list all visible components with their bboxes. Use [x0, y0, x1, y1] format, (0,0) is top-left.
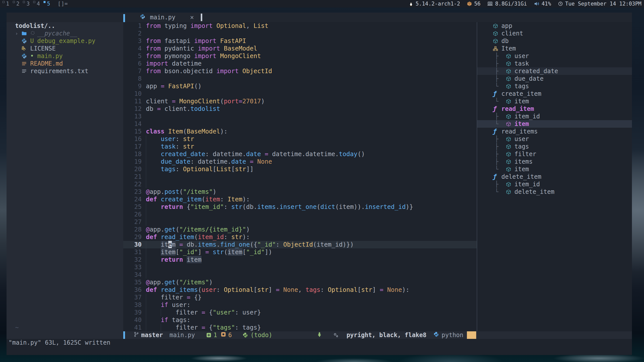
code-line-1[interactable]: 1from typing import Optional, List [123, 22, 477, 30]
code-line-15[interactable]: 15class Item(BaseModel): [123, 128, 477, 135]
code-line-11[interactable]: 11client = MongoClient(port=27017) [123, 98, 477, 105]
symbol-label: item [514, 165, 529, 173]
workspace-5[interactable]: 5 [43, 0, 53, 7]
outline-symbol-item_id[interactable]: ├ item_id [477, 113, 632, 120]
outline-symbol-user[interactable]: ├ user [477, 52, 632, 60]
outline-symbol-read_item[interactable]: ƒread_item [477, 105, 632, 113]
tab-main-py[interactable]: main.py × [140, 13, 194, 22]
lsp-gears-icon [333, 332, 339, 338]
outline-symbol-read_items[interactable]: ƒread_items [477, 128, 632, 135]
outline-symbol-task[interactable]: ├ task [477, 60, 632, 67]
workspace-1[interactable]: 1 [2, 0, 12, 7]
code-line-35[interactable]: 35@app.get("/items") [123, 279, 477, 286]
outline-symbol-item_id[interactable]: ├ item_id [477, 180, 632, 188]
line-number: 30 [123, 241, 142, 248]
outline-symbol-item[interactable]: └ item [477, 165, 632, 173]
git-status-badge: U [30, 37, 37, 45]
outline-symbol-item[interactable]: └ item [477, 120, 632, 128]
indent-guide [146, 135, 146, 143]
indent-guide [146, 218, 146, 226]
code-line-26[interactable]: 26 [123, 211, 477, 218]
file-tree-item--pycache-[interactable]: ›__pycache__ [7, 30, 123, 37]
code-line-30[interactable]: 30 item = db.items.find_one({"_id": Obje… [123, 241, 477, 248]
tab-close-icon[interactable]: × [190, 14, 194, 21]
statusline-filename: main.py [170, 332, 195, 339]
file-tree-item-readme-md[interactable]: README.md [7, 60, 123, 67]
code-line-32[interactable]: 32 return item [123, 256, 477, 263]
code-line-39[interactable]: 39 filter = {"user": user} [123, 309, 477, 316]
line-number: 24 [123, 196, 142, 203]
line-number: 39 [123, 309, 142, 316]
outline-symbol-client[interactable]: client [477, 30, 632, 37]
outline-symbol-filter[interactable]: ├ filter [477, 150, 632, 158]
code-line-34[interactable]: 34 [123, 271, 477, 279]
code-line-12[interactable]: 12db = client.todolist [123, 105, 477, 113]
tree-connector: ├ [495, 158, 506, 165]
code-line-13[interactable]: 13 [123, 113, 477, 120]
line-number: 33 [123, 263, 142, 271]
code-line-21[interactable]: 21 [123, 173, 477, 180]
workspace-3[interactable]: 3 [22, 0, 33, 7]
file-tree-item-license[interactable]: LICENSE [7, 45, 123, 52]
code-line-6[interactable]: 6import datetime [123, 60, 477, 67]
outline-symbol-user[interactable]: ├ user [477, 135, 632, 143]
statusline-position-block [467, 331, 476, 339]
code-line-16[interactable]: 16 user: str [123, 135, 477, 143]
file-tree-item-main-py[interactable]: •main.py [7, 52, 123, 60]
code-line-9[interactable]: 9app = FastAPI() [123, 82, 477, 90]
code-line-37[interactable]: 37 filter = {} [123, 294, 477, 301]
outline-symbol-db[interactable]: db [477, 37, 632, 45]
code-line-7[interactable]: 7from bson.objectid import ObjectId [123, 67, 477, 75]
code-line-18[interactable]: 18 created_date: datetime.date = datetim… [123, 150, 477, 158]
outline-symbol-due_date[interactable]: ├ due_date [477, 75, 632, 82]
outline-symbol-app[interactable]: app [477, 22, 632, 30]
variable-cube-icon [506, 137, 514, 142]
outline-symbol-items[interactable]: ├ items [477, 158, 632, 165]
code-line-27[interactable]: 27 [123, 218, 477, 226]
outline-symbol-delete_item[interactable]: ƒdelete_item [477, 173, 632, 180]
code-line-23[interactable]: 23@app.post("/items") [123, 188, 477, 196]
file-tree-item-requirements-txt[interactable]: requirements.txt [7, 67, 123, 75]
workspace-2[interactable]: 2 [12, 0, 23, 7]
code-line-2[interactable]: 2 [123, 30, 477, 37]
file-tree-root[interactable]: todolist/.. [7, 22, 123, 30]
code-line-8[interactable]: 8 [123, 75, 477, 82]
code-line-29[interactable]: 29def read_item(item_id: str): [123, 233, 477, 241]
code-line-41[interactable]: 41 filter = {"tags": tags} [123, 324, 477, 331]
code-line-19[interactable]: 19 due_date: datetime.date = None [123, 158, 477, 165]
editor-window: main.py × todolist/.. ›__pycache__ Udebu… [7, 13, 632, 355]
outline-symbol-tags[interactable]: ├ tags [477, 143, 632, 150]
indent-guide [146, 256, 146, 263]
code-line-17[interactable]: 17 task: str [123, 143, 477, 150]
code-line-20[interactable]: 20 tags: Optional[List[str]] [123, 165, 477, 173]
code-line-36[interactable]: 36def read_items(user: Optional[str] = N… [123, 286, 477, 294]
variable-cube-icon [506, 167, 514, 172]
code-line-28[interactable]: 28@app.get("/items/{item_id}") [123, 226, 477, 233]
outline-symbol-item[interactable]: └ item [477, 98, 632, 105]
workspace-4[interactable]: 4 [33, 0, 43, 7]
code-buffer[interactable]: 1from typing import Optional, List23from… [123, 22, 477, 331]
command-line[interactable]: "main.py" 63L, 1625C written [7, 339, 632, 355]
code-line-10[interactable]: 10 [123, 90, 477, 98]
outline-symbol-created_date[interactable]: ├ created_date [477, 67, 632, 75]
code-line-22[interactable]: 22 [123, 180, 477, 188]
outline-symbol-tags[interactable]: └ tags [477, 82, 632, 90]
active-tab-accent [123, 14, 125, 22]
code-line-5[interactable]: 5from pymongo import MongoClient [123, 52, 477, 60]
code-line-14[interactable]: 14 [123, 120, 477, 128]
file-tree-item-debug-example-py[interactable]: Udebug_example.py [7, 37, 123, 45]
code-line-38[interactable]: 38 if user: [123, 301, 477, 309]
code-line-31[interactable]: 31 item["_id"] = str(item["_id"]) [123, 248, 477, 256]
indent-guide [161, 309, 161, 316]
indent-guide [146, 211, 146, 218]
code-line-33[interactable]: 33 [123, 263, 477, 271]
code-line-25[interactable]: 25 return {"item_id": str(db.items.inser… [123, 203, 477, 211]
code-line-40[interactable]: 40 if tags: [123, 316, 477, 324]
code-line-3[interactable]: 3from fastapi import FastAPI [123, 37, 477, 45]
outline-symbol-create_item[interactable]: ƒcreate_item [477, 90, 632, 98]
function-icon: ƒ [493, 90, 501, 98]
code-line-4[interactable]: 4from pydantic import BaseModel [123, 45, 477, 52]
outline-symbol-delete_item[interactable]: └ delete_item [477, 188, 632, 196]
code-line-24[interactable]: 24def create_item(item: Item): [123, 196, 477, 203]
outline-symbol-Item[interactable]: Item [477, 45, 632, 52]
